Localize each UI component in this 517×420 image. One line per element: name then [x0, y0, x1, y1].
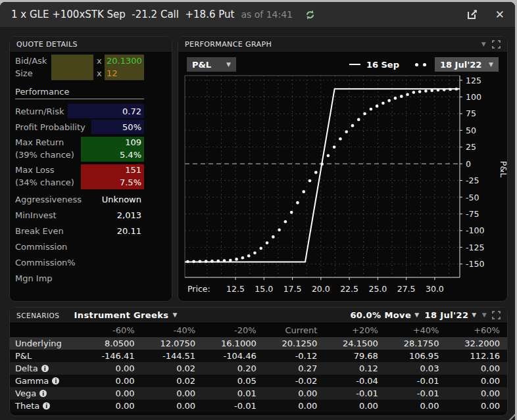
max-return-value: 109 [125, 137, 141, 147]
panel-menu-icon[interactable]: ▼ [482, 312, 487, 318]
performance-chart: 1251007550250-25-50-75-100-125-15012.515… [178, 74, 507, 301]
row-label: P&L [15, 351, 78, 361]
legend-solid-label: 16 Sep [366, 60, 399, 70]
cell: -0.01 [322, 388, 383, 398]
expand-icon[interactable] [492, 311, 501, 319]
bid-quote-field[interactable] [51, 55, 93, 80]
profit-probability-label: Profit Probability [15, 122, 86, 132]
performance-graph-header: PERFORMANCE GRAPH ▼ [178, 37, 507, 53]
scenarios-header: SCENARIOS Instrument Greeks ▼ 60.0% Move… [10, 308, 507, 323]
window-title: 1 x GLE +100xSTK Sep -21.2 Call +18.6 Pu… [11, 9, 234, 20]
table-row-theta: Thetai 0.00 0.00 -0.01 0.00 0.00 0.00 0.… [10, 400, 507, 412]
mgn-imp-value [141, 271, 144, 285]
profit-probability-value: 50% [91, 120, 144, 134]
commission-pct-label: Commission% [15, 258, 76, 268]
commission-pct-value [141, 255, 144, 269]
graph-toolbar: P&L ▼ 16 Sep 18 Jul'22 ▼ [178, 57, 507, 72]
as-of-timestamp: as of 14:41 [241, 9, 293, 20]
cell: -104.46 [200, 351, 261, 361]
chart-legend: 16 Sep [349, 60, 426, 70]
greeks-dropdown[interactable]: Instrument Greeks ▼ [74, 310, 178, 320]
row-label: Gammai [15, 376, 78, 386]
refresh-icon[interactable] [305, 9, 316, 20]
quote-details-panel: QUOTE DETAILS Bid/Ask Size x x 20.1300 1… [9, 36, 172, 302]
table-row-delta: Deltai 0.00 0.02 0.20 0.27 0.12 0.03 0.0… [10, 362, 507, 375]
svg-text:-150: -150 [466, 259, 484, 269]
cell: 0.00 [261, 401, 322, 411]
popout-icon[interactable] [466, 9, 478, 20]
metric-dropdown[interactable]: P&L ▼ [187, 57, 236, 72]
legend-dot-icon [423, 63, 426, 66]
min-invest-row: MinInvest 2,013 [15, 208, 144, 222]
cell: 0.03 [383, 363, 444, 373]
svg-text:-100: -100 [466, 225, 484, 235]
svg-text:25: 25 [466, 142, 476, 152]
scenario-date-dropdown[interactable]: 18 Jul'22 ▼ [425, 310, 477, 320]
return-risk-label: Return/Risk [15, 106, 64, 116]
cell: -0.12 [261, 351, 322, 361]
column-header: +40% [383, 325, 444, 335]
chevron-down-icon: ▼ [414, 312, 419, 318]
ask-size-value: 12 [107, 68, 118, 78]
row-label: Underlying [15, 338, 78, 348]
graph-date-dropdown[interactable]: 18 Jul'22 ▼ [435, 57, 499, 72]
svg-text:P&L: P&L [499, 161, 507, 178]
cell: 106.95 [383, 351, 444, 361]
row-label: Deltai [15, 363, 78, 373]
resize-grip[interactable] [507, 413, 515, 420]
max-loss-label: Max Loss [15, 165, 55, 175]
break-even-label: Break Even [15, 226, 64, 236]
close-icon[interactable]: ✕ [495, 9, 505, 20]
legend-dot-icon [415, 63, 418, 66]
scenarios-column-headers: -60% -40% -20% Current +20% +40% +60% [10, 323, 507, 337]
cell: 28.1750 [383, 338, 444, 348]
cell: 12.0750 [139, 338, 201, 348]
commission-label: Commission [15, 242, 67, 252]
table-row-underlying: Underlying 8.0500 12.0750 16.1000 20.125… [10, 337, 507, 350]
svg-text:50: 50 [466, 126, 476, 135]
column-header: +60% [443, 325, 505, 335]
cell: -0.01 [383, 376, 444, 386]
move-dropdown-label: 60.0% Move [350, 310, 411, 320]
max-return-chance: (39% chance) [15, 150, 74, 160]
move-dropdown[interactable]: 60.0% Move ▼ [350, 310, 419, 320]
scenarios-table: -60% -40% -20% Current +20% +40% +60% Un… [10, 323, 507, 412]
cell: 0.00 [139, 401, 201, 411]
ask-price-value: 20.1300 [107, 56, 142, 66]
svg-text:25.0: 25.0 [368, 284, 387, 294]
max-return-row: Max Return (39% chance) 109 5.4% [15, 137, 144, 162]
cell: 20.1250 [261, 338, 322, 348]
size-label: Size [15, 68, 33, 78]
panel-menu-icon[interactable]: ▼ [481, 41, 486, 47]
bid-ask-x-separator: x [97, 56, 102, 66]
app-window: 1 x GLE +100xSTK Sep -21.2 Call +18.6 Pu… [0, 2, 515, 420]
svg-text:30.0: 30.0 [426, 284, 444, 294]
svg-text:0: 0 [466, 159, 471, 169]
cell: 0.00 [443, 376, 505, 386]
performance-graph-panel: PERFORMANCE GRAPH ▼ P&L ▼ 16 Sep 18 Jul'… [178, 36, 508, 302]
info-icon[interactable]: i [41, 365, 49, 372]
cell: 0.00 [78, 363, 139, 373]
cell: 0.00 [261, 388, 322, 398]
bid-ask-block: Bid/Ask Size x x 20.1300 12 [15, 55, 144, 81]
quote-details-body: Bid/Ask Size x x 20.1300 12 Performance … [15, 52, 166, 296]
size-x-separator: x [97, 68, 102, 78]
row-label: Vegai [15, 388, 78, 398]
info-icon[interactable]: i [43, 402, 50, 409]
cell: 0.00 [139, 388, 201, 398]
return-risk-value: 0.72 [68, 104, 144, 118]
cell: 0.20 [200, 363, 261, 373]
legend-solid-line [349, 64, 360, 65]
max-return-pct: 5.4% [120, 150, 141, 160]
info-icon[interactable]: i [52, 377, 59, 385]
cell: 0.00 [78, 376, 139, 386]
row-label: Thetai [15, 401, 78, 411]
performance-section-label: Performance [15, 87, 144, 99]
info-icon[interactable]: i [39, 390, 47, 397]
expand-icon[interactable] [492, 40, 501, 49]
min-invest-value: 2,013 [117, 208, 144, 222]
break-even-value: 20.11 [117, 223, 144, 238]
cell: 0.12 [322, 363, 383, 373]
metric-dropdown-label: P&L [192, 60, 211, 70]
commission-row: Commission [15, 239, 144, 254]
